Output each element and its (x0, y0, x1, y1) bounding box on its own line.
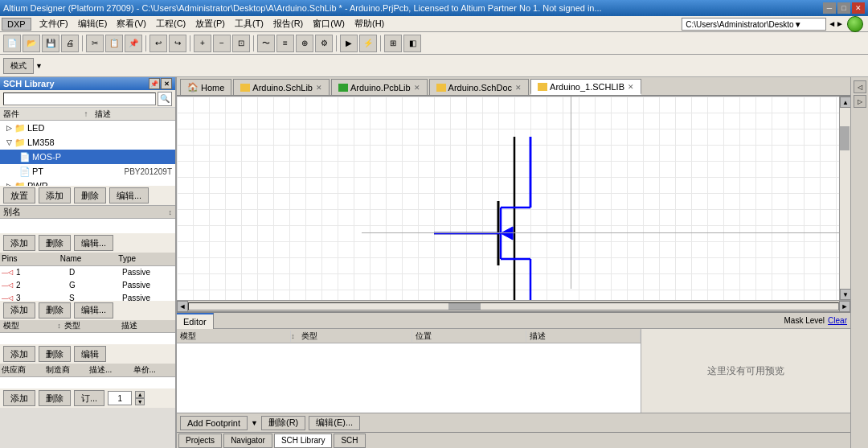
schlib-close[interactable]: ✕ (316, 84, 322, 92)
zoom-out-button[interactable]: − (213, 35, 231, 52)
sep1 (82, 35, 83, 51)
close-button[interactable]: ✕ (852, 2, 865, 14)
vscroll-thumb[interactable] (840, 126, 850, 150)
comp-button[interactable]: ⚙ (315, 35, 333, 52)
redo-button[interactable]: ↪ (169, 35, 186, 52)
zoom-in-button[interactable]: + (194, 35, 211, 52)
cut-button[interactable]: ✂ (86, 35, 104, 52)
maximize-button[interactable]: □ (837, 2, 850, 14)
menu-project[interactable]: 工程(C) (151, 16, 190, 31)
menu-edit[interactable]: 编辑(E) (73, 16, 113, 31)
tab-pcblib[interactable]: Arduino.PcbLib ✕ (331, 79, 428, 95)
vscroll-track[interactable] (840, 108, 850, 289)
bottom-tab-schlib[interactable]: SCH Library (274, 434, 332, 448)
net-button[interactable]: ⊕ (296, 35, 313, 52)
order-button[interactable]: 订... (74, 390, 104, 406)
clear-label[interactable]: Clear (828, 316, 847, 325)
layer-button[interactable]: ◧ (403, 35, 421, 52)
status-circle[interactable] (847, 16, 863, 32)
pin-row-3[interactable]: —◁ 3 S Passive (0, 292, 175, 301)
qty-down-button[interactable]: ▼ (135, 398, 145, 405)
mode-arrow[interactable]: ▼ (35, 62, 43, 70)
add-alias-button[interactable]: 添加 (3, 235, 35, 251)
add-supplier-button[interactable]: 添加 (3, 390, 35, 406)
search-button[interactable]: 🔍 (158, 92, 172, 106)
new-button[interactable]: 📄 (3, 35, 21, 52)
print-button[interactable]: 🖨 (61, 35, 79, 52)
minimize-button[interactable]: ─ (823, 2, 836, 14)
zoom-fit-button[interactable]: ⊡ (232, 35, 250, 52)
delete-model-button[interactable]: 删除 (39, 346, 71, 362)
side-btn-1[interactable]: ◁ (854, 80, 866, 93)
menu-file[interactable]: 文件(F) (35, 16, 73, 31)
delete-fp-button[interactable]: 删除(R) (261, 416, 305, 430)
panel-close-button[interactable]: ✕ (161, 78, 172, 89)
editor-tab[interactable]: Editor (177, 313, 214, 329)
tree-item-led[interactable]: ▷ 📁 LED (0, 121, 175, 135)
schlib1-close[interactable]: ✕ (628, 83, 634, 91)
open-button[interactable]: 📂 (23, 35, 40, 52)
tab-schlib1[interactable]: Arduino_1.SCHLIB ✕ (530, 79, 641, 95)
hscroll-track[interactable] (188, 302, 839, 310)
save-button[interactable]: 💾 (42, 35, 59, 52)
grid-button[interactable]: ⊞ (384, 35, 402, 52)
edit-alias-button[interactable]: 编辑... (74, 235, 113, 251)
paste-button[interactable]: 📌 (125, 35, 142, 52)
side-btn-2[interactable]: ▷ (854, 95, 866, 108)
add-fp-arrow[interactable]: ▼ (251, 419, 258, 427)
delete-comp-button[interactable]: 删除 (74, 187, 106, 203)
pin-row-1[interactable]: —◁ 1 D Passive (0, 266, 175, 279)
edit-model-button[interactable]: 编辑 (74, 346, 106, 362)
order-qty-input[interactable] (108, 391, 132, 405)
qty-up-button[interactable]: ▲ (135, 391, 145, 398)
schematic-canvas[interactable] (177, 97, 839, 300)
scroll-up-button[interactable]: ▲ (840, 97, 850, 108)
wire-button[interactable]: 〜 (257, 35, 275, 52)
copy-button[interactable]: 📋 (105, 35, 123, 52)
bottom-tab-projects[interactable]: Projects (178, 434, 222, 448)
nav-back[interactable]: ◄ (828, 19, 836, 28)
tree-item-pwr[interactable]: ▷ 📁 PWR (0, 179, 175, 186)
place-button[interactable]: 放置 (3, 187, 35, 203)
edit-pin-button[interactable]: 编辑... (74, 302, 113, 319)
tab-home[interactable]: 🏠 Home (180, 79, 231, 95)
hscroll-thumb[interactable] (448, 303, 481, 310)
bottom-tab-sch[interactable]: SCH (334, 434, 365, 448)
edit-fp-button[interactable]: 编辑(E)... (309, 416, 360, 430)
pcblib-close[interactable]: ✕ (414, 84, 420, 92)
add-model-button[interactable]: 添加 (3, 346, 35, 362)
add-footprint-button[interactable]: Add Footprint (180, 416, 248, 430)
compile-button[interactable]: ⚡ (359, 35, 377, 52)
dxp-button[interactable]: DXP (2, 18, 31, 31)
tab-schlib[interactable]: Arduino.SchLib ✕ (233, 79, 330, 95)
menu-view[interactable]: 察看(V) (112, 16, 151, 31)
schdoc-close[interactable]: ✕ (515, 84, 522, 92)
delete-alias-button[interactable]: 删除 (39, 235, 71, 251)
bottom-tab-navigator[interactable]: Navigator (223, 434, 272, 448)
undo-button[interactable]: ↩ (149, 35, 167, 52)
tree-item-pt[interactable]: 📄 PT PBY201209T (0, 164, 175, 179)
menu-tools[interactable]: 工具(T) (230, 16, 268, 31)
delete-supplier-button[interactable]: 删除 (39, 390, 71, 406)
tab-schdoc[interactable]: Arduino.SchDoc ✕ (429, 79, 530, 95)
edit-comp-button[interactable]: 编辑... (109, 187, 149, 203)
add-pin-button[interactable]: 添加 (3, 302, 35, 319)
delete-pin-button[interactable]: 删除 (39, 302, 71, 319)
component-search-input[interactable] (3, 92, 156, 105)
nav-fwd[interactable]: ► (836, 19, 844, 28)
tree-item-lm358[interactable]: ▽ 📁 LM358 (0, 135, 175, 150)
scroll-right-button[interactable]: ► (839, 301, 850, 312)
menu-window[interactable]: 窗口(W) (308, 16, 350, 31)
scroll-down-button[interactable]: ▼ (840, 289, 850, 300)
menu-reports[interactable]: 报告(R) (268, 16, 308, 31)
bus-button[interactable]: ≡ (276, 35, 294, 52)
run-button[interactable]: ▶ (340, 35, 358, 52)
menu-place[interactable]: 放置(P) (190, 16, 230, 31)
pin-row-2[interactable]: —◁ 2 G Passive (0, 279, 175, 292)
panel-pin-button[interactable]: 📌 (149, 78, 160, 89)
add-comp-button[interactable]: 添加 (39, 187, 71, 203)
tree-item-mosp[interactable]: 📄 MOS-P (0, 150, 175, 164)
mode-dropdown[interactable]: 模式 (3, 58, 34, 74)
menu-help[interactable]: 帮助(H) (350, 16, 389, 31)
scroll-left-button[interactable]: ◄ (177, 301, 188, 312)
